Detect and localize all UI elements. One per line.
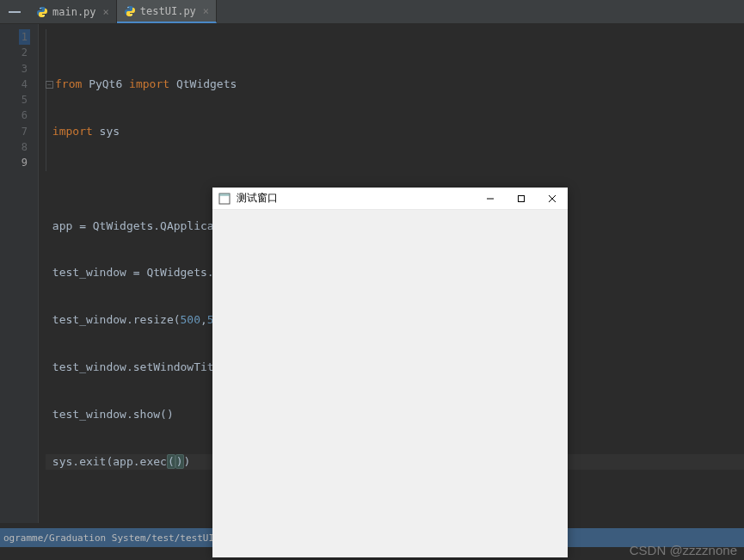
minimize-button[interactable] bbox=[475, 188, 506, 209]
svg-point-1 bbox=[43, 15, 44, 15]
code-line: −from PyQt6 import QtWidgets bbox=[46, 77, 744, 92]
tab-main-py[interactable]: main.py × bbox=[29, 0, 117, 23]
file-path: ogramme/Graduation System/test/testUI. bbox=[3, 532, 220, 544]
tab-label: main.py bbox=[52, 6, 96, 18]
line-number: 7 bbox=[0, 124, 28, 139]
line-number: 2 bbox=[0, 45, 28, 60]
close-button[interactable] bbox=[537, 188, 568, 209]
close-icon[interactable]: × bbox=[203, 5, 209, 17]
line-number: 9 bbox=[0, 155, 28, 170]
pyqt-application-window[interactable]: 测试窗口 bbox=[212, 188, 568, 557]
svg-rect-5 bbox=[219, 194, 230, 196]
line-number-gutter[interactable]: 1 2 3 4 5 6 7 8 9 bbox=[0, 24, 39, 523]
app-icon bbox=[218, 192, 231, 206]
code-line: import sys bbox=[46, 124, 744, 139]
line-number: 4 bbox=[0, 77, 28, 92]
window-titlebar[interactable]: 测试窗口 bbox=[212, 188, 568, 210]
indent-guide bbox=[46, 29, 46, 171]
line-number: 5 bbox=[0, 92, 28, 108]
line-number: 6 bbox=[0, 108, 28, 123]
tab-testui-py[interactable]: testUI.py × bbox=[117, 0, 217, 23]
editor-tab-bar: main.py × testUI.py × bbox=[0, 0, 744, 24]
svg-rect-7 bbox=[519, 195, 525, 201]
fold-minus-icon[interactable]: − bbox=[46, 81, 53, 89]
tab-label: testUI.py bbox=[140, 5, 196, 17]
python-file-icon bbox=[36, 6, 48, 18]
svg-point-0 bbox=[40, 7, 40, 8]
python-file-icon bbox=[124, 5, 136, 17]
maximize-button[interactable] bbox=[506, 188, 537, 209]
window-content bbox=[212, 210, 568, 557]
svg-point-2 bbox=[127, 6, 128, 7]
close-icon[interactable]: × bbox=[103, 6, 109, 18]
svg-point-3 bbox=[131, 14, 132, 15]
tool-window-minimize[interactable] bbox=[9, 11, 21, 13]
line-number: 8 bbox=[0, 139, 28, 155]
code-line bbox=[46, 171, 744, 187]
line-number: 1 bbox=[0, 29, 28, 45]
watermark: CSDN @zzzznone bbox=[630, 543, 737, 557]
window-title: 测试窗口 bbox=[237, 191, 475, 206]
line-number: 3 bbox=[0, 61, 28, 77]
